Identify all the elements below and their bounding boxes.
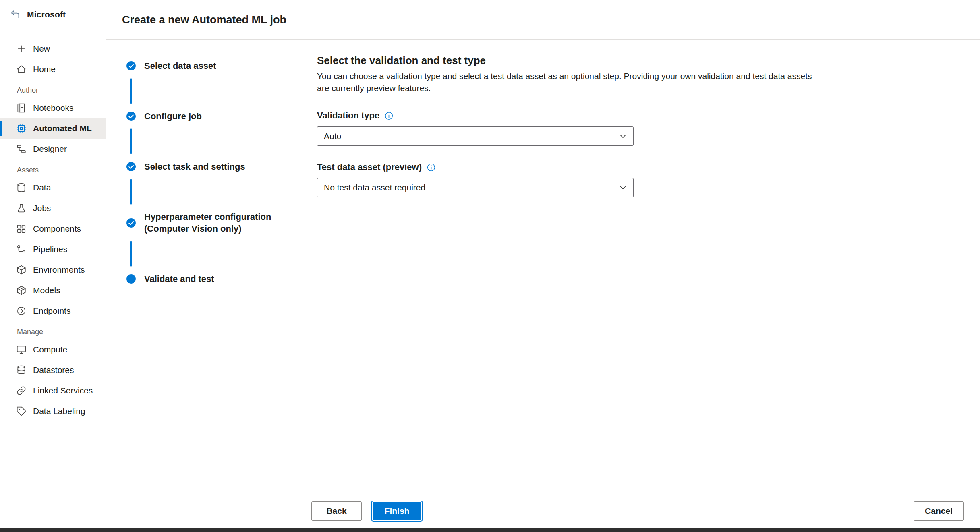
wizard-stepper: Select data asset Configure job Select t… [106,40,296,528]
environments-cube-icon [16,265,27,275]
sidebar-item-endpoints[interactable]: Endpoints [0,300,106,321]
sidebar-section-manage: Manage [0,321,106,339]
sidebar-item-label: Designer [33,144,67,154]
tag-icon [16,406,27,416]
step-complete-check-icon [126,111,136,121]
sidebar-item-label: Environments [33,265,85,275]
step-connector [130,179,132,205]
step-label: Select data asset [144,60,216,72]
sidebar-item-jobs[interactable]: Jobs [0,198,106,218]
sidebar-nav: New Home Author Notebooks [0,29,106,421]
sidebar: Microsoft New Home Author [0,0,106,528]
step-connector [130,128,132,154]
info-icon[interactable] [427,163,436,172]
wizard-step-configure-job[interactable]: Configure job [126,110,296,122]
sidebar-item-label: Data [33,183,51,193]
dropdown-selected-value: Auto [324,131,341,141]
home-icon [16,64,27,75]
sidebar-item-new[interactable]: New [0,38,106,59]
sidebar-item-label: Data Labeling [33,406,85,416]
step-complete-check-icon [126,61,136,71]
notebook-icon [16,103,27,113]
sidebar-item-pipelines[interactable]: Pipelines [0,239,106,259]
step-label: Hyperparameter configuration (Computer V… [144,211,281,234]
wizard-content: Select data asset Configure job Select t… [106,40,980,528]
sidebar-item-datastores[interactable]: Datastores [0,360,106,380]
sidebar-item-label: Endpoints [33,306,70,316]
test-data-asset-dropdown[interactable]: No test data asset required [317,178,634,197]
back-arrow-icon[interactable] [10,9,21,20]
step-complete-check-icon [126,218,136,228]
endpoints-icon [16,306,27,316]
wizard-step-hyperparameter-configuration[interactable]: Hyperparameter configuration (Computer V… [126,211,296,234]
automated-ml-icon [16,123,27,134]
sidebar-item-label: Compute [33,345,67,354]
step-connector [130,78,132,104]
brand-label: Microsoft [27,10,66,19]
section-label: Manage [17,328,43,336]
app-window: Microsoft New Home Author [0,0,980,528]
sidebar-item-home[interactable]: Home [0,59,106,79]
sidebar-header: Microsoft [0,0,106,29]
sidebar-item-data-labeling[interactable]: Data Labeling [0,401,106,421]
step-label: Configure job [144,110,202,122]
step-connector [130,241,132,267]
plus-icon [16,43,27,54]
step-complete-check-icon [126,161,136,172]
chevron-down-icon [618,183,628,193]
step-label: Validate and test [144,273,214,285]
sidebar-item-environments[interactable]: Environments [0,259,106,280]
flask-icon [16,203,27,213]
window-bottom-edge [0,528,980,532]
dropdown-selected-value: No test data asset required [324,183,425,193]
main-area: Create a new Automated ML job Select dat… [106,0,980,528]
sidebar-section-author: Author [0,79,106,97]
form-heading: Select the validation and test type [317,54,964,67]
form-description: You can choose a validation type and sel… [317,70,812,94]
sidebar-item-designer[interactable]: Designer [0,139,106,159]
step-current-dot-icon [126,274,136,284]
validation-type-dropdown[interactable]: Auto [317,126,634,146]
sidebar-item-label: Notebooks [33,103,73,113]
validation-type-label: Validation type [317,110,379,121]
back-button[interactable]: Back [311,501,362,521]
wizard-step-validate-and-test[interactable]: Validate and test [126,273,296,285]
models-package-icon [16,285,27,296]
finish-button[interactable]: Finish [372,501,422,521]
form-body: Select the validation and test type You … [296,40,980,494]
wizard-step-select-data-asset[interactable]: Select data asset [126,60,296,72]
test-data-asset-label-row: Test data asset (preview) [317,162,964,172]
wizard-form-panel: Select the validation and test type You … [296,40,980,528]
step-label: Select task and settings [144,161,245,172]
sidebar-item-label: Components [33,224,81,234]
section-label: Author [17,86,38,95]
sidebar-item-notebooks[interactable]: Notebooks [0,97,106,118]
sidebar-item-label: Linked Services [33,386,93,395]
components-grid-icon [16,224,27,234]
section-label: Assets [17,166,39,174]
info-icon[interactable] [384,111,394,120]
sidebar-item-label: Jobs [33,203,51,213]
cancel-button[interactable]: Cancel [914,501,964,521]
data-icon [16,182,27,193]
sidebar-item-label: Datastores [33,365,74,375]
monitor-icon [16,344,27,355]
link-icon [16,385,27,396]
sidebar-item-automated-ml[interactable]: Automated ML [0,118,106,139]
designer-icon [16,144,27,154]
wizard-step-select-task-and-settings[interactable]: Select task and settings [126,161,296,172]
sidebar-item-compute[interactable]: Compute [0,339,106,360]
sidebar-item-linked-services[interactable]: Linked Services [0,380,106,401]
sidebar-item-label: New [33,44,50,54]
sidebar-section-assets: Assets [0,159,106,177]
sidebar-item-label: Pipelines [33,244,67,254]
validation-type-label-row: Validation type [317,110,964,121]
page-header: Create a new Automated ML job [106,0,980,40]
wizard-footer: Back Finish Cancel [296,494,980,528]
sidebar-item-components[interactable]: Components [0,218,106,239]
sidebar-item-models[interactable]: Models [0,280,106,300]
sidebar-item-data[interactable]: Data [0,177,106,198]
sidebar-item-label: Automated ML [33,124,92,133]
database-icon [16,365,27,375]
page-title: Create a new Automated ML job [122,14,286,26]
